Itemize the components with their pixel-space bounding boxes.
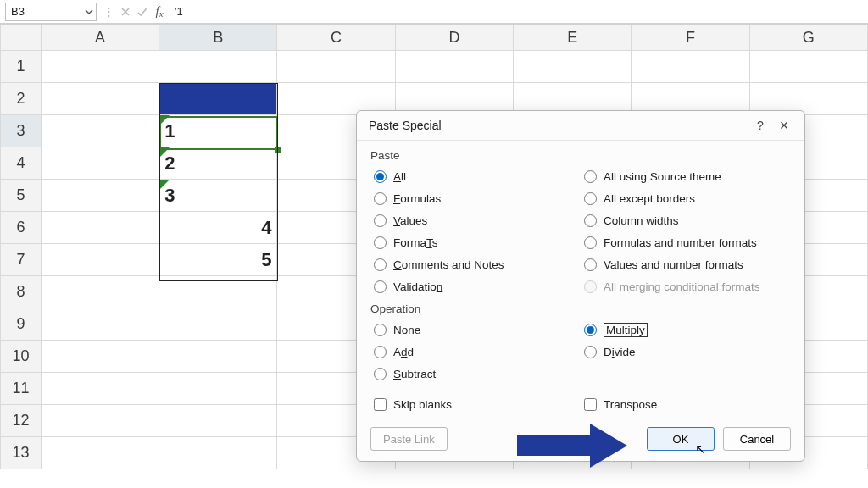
radio-divide[interactable]: Divide <box>581 341 791 363</box>
chevron-down-icon[interactable] <box>81 3 96 20</box>
col-header-D[interactable]: D <box>395 25 513 51</box>
checkbox-skip-blanks[interactable]: Skip blanks <box>370 393 581 415</box>
row-header-1[interactable]: 1 <box>1 51 42 83</box>
radio-except-borders[interactable]: All except borders <box>581 187 791 209</box>
radio-multiply[interactable]: Multiply <box>581 319 791 341</box>
dialog-title: Paste Special <box>369 119 748 132</box>
col-header-E[interactable]: E <box>514 25 632 51</box>
formula-input[interactable]: '1 <box>168 5 868 18</box>
dialog-titlebar[interactable]: Paste Special ? × <box>357 111 804 140</box>
column-header-row: A B C D E F G <box>1 25 868 51</box>
radio-all[interactable]: All <box>370 165 581 187</box>
row-header-2[interactable]: 2 <box>1 83 42 115</box>
name-box[interactable]: B3 <box>5 3 97 21</box>
col-header-C[interactable]: C <box>277 25 395 51</box>
row-header-7[interactable]: 7 <box>1 244 42 276</box>
radio-formulas[interactable]: Formulas <box>370 187 581 209</box>
radio-subtract[interactable]: Subtract <box>370 363 581 385</box>
row-header-13[interactable]: 13 <box>1 437 42 469</box>
col-header-G[interactable]: G <box>749 25 867 51</box>
formula-bar: B3 ⋮ fx '1 <box>0 0 868 24</box>
checkbox-transpose[interactable]: Transpose <box>581 393 791 415</box>
col-header-A[interactable]: A <box>41 25 159 51</box>
radio-add[interactable]: Add <box>370 341 581 363</box>
radio-validation[interactable]: Validation <box>370 275 581 297</box>
row-header-12[interactable]: 12 <box>1 405 42 437</box>
row-header-4[interactable]: 4 <box>1 147 42 180</box>
radio-merge-cond: All merging conditional formats <box>581 275 791 297</box>
radio-col-widths[interactable]: Column widths <box>581 209 791 231</box>
cell-B3[interactable]: 1 <box>159 115 277 147</box>
cell-B6[interactable]: 4 <box>159 212 277 244</box>
row-header-3[interactable]: 3 <box>1 115 42 147</box>
enter-icon[interactable] <box>134 3 151 21</box>
select-all-corner[interactable] <box>1 25 42 51</box>
radio-comments[interactable]: Comments and Notes <box>370 253 581 275</box>
cell-B5[interactable]: 3 <box>159 180 277 212</box>
row-header-10[interactable]: 10 <box>1 341 42 373</box>
help-icon[interactable]: ? <box>748 114 772 137</box>
name-box-text: B3 <box>6 5 81 18</box>
cell-B7[interactable]: 5 <box>159 244 277 276</box>
paste-link-button: Paste Link <box>370 427 448 451</box>
paste-section-label: Paste <box>370 149 791 162</box>
radio-formulas-num[interactable]: Formulas and number formats <box>581 231 791 253</box>
operation-section-label: Operation <box>370 302 791 315</box>
radio-all-theme[interactable]: All using Source theme <box>581 165 791 187</box>
radio-none[interactable]: None <box>370 319 581 341</box>
kebab-icon[interactable]: ⋮ <box>100 3 117 21</box>
paste-special-dialog: Paste Special ? × Paste All Formulas Val… <box>356 110 805 462</box>
col-header-B[interactable]: B <box>159 25 277 51</box>
row-header-5[interactable]: 5 <box>1 180 42 212</box>
row-header-8[interactable]: 8 <box>1 276 42 308</box>
cell-B2[interactable] <box>159 83 277 115</box>
radio-formats[interactable]: FormaTs <box>370 231 581 253</box>
fx-icon[interactable]: fx <box>151 3 168 21</box>
row-header-9[interactable]: 9 <box>1 308 42 341</box>
col-header-F[interactable]: F <box>632 25 749 51</box>
row-header-6[interactable]: 6 <box>1 212 42 244</box>
radio-values[interactable]: Values <box>370 209 581 231</box>
row-header-11[interactable]: 11 <box>1 373 42 405</box>
cancel-icon[interactable] <box>117 3 134 21</box>
cancel-button[interactable]: Cancel <box>723 427 791 451</box>
radio-values-num[interactable]: Values and number formats <box>581 253 791 275</box>
cell-B4[interactable]: 2 <box>159 147 277 180</box>
close-icon[interactable]: × <box>772 114 796 137</box>
ok-button[interactable]: OK <box>647 427 715 451</box>
